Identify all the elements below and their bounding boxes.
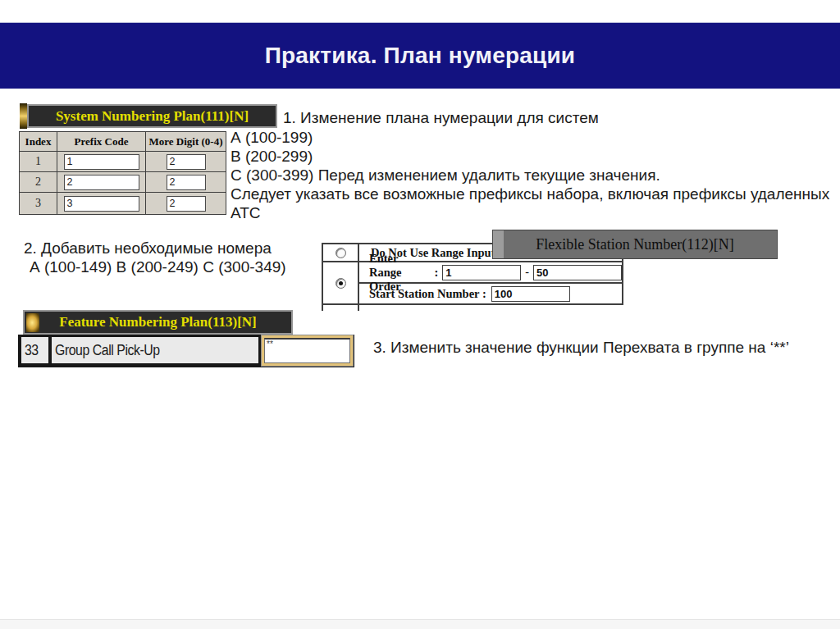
feature-numbering-plan-titlebar: Feature Numbering Plan(113)[N] [23, 310, 293, 335]
form-cutoff-line [358, 305, 359, 311]
table-cell: 1 [57, 152, 146, 172]
feature-numbering-row: 33 Group Call Pick-Up ** [18, 335, 354, 367]
flexible-station-titlebar: Flexible Station Number(112)[N] [492, 230, 778, 259]
column-header-prefix-code: Prefix Code [57, 132, 146, 152]
table-cell: 2 [146, 172, 226, 193]
radio-cell [323, 262, 359, 303]
feature-numbering-plan-title: Feature Numbering Plan(113)[N] [59, 314, 257, 330]
prefix-code-input[interactable]: 1 [64, 154, 139, 170]
enter-range-row: Enter Range Order : - [359, 262, 622, 284]
feature-name-cell: Group Call Pick-Up [52, 337, 258, 363]
system-numbering-plan-title: System Numbering Plan(111)[N] [56, 108, 249, 125]
more-digit-input[interactable]: 2 [167, 196, 206, 212]
gold-glow-accent [26, 313, 39, 332]
feature-value: ** [265, 340, 349, 349]
step2-line1: 2. Добавить необходимые номера [24, 239, 286, 258]
feature-value-inner: ** [264, 338, 350, 363]
radio-cell [323, 244, 359, 261]
slide-header: Практика. План нумерации [0, 22, 840, 89]
step1-detail-text: А (100-199) В (200-299) С (300-399) Пере… [231, 128, 829, 222]
table-cell: 2 [146, 193, 226, 214]
column-header-more-digit: More Digit (0-4) [146, 132, 226, 152]
column-header-index: Index [20, 132, 57, 152]
flexible-station-title: Flexible Station Number(112)[N] [536, 236, 733, 253]
step1-line: Следует указать все возможные префиксы н… [231, 185, 829, 203]
start-station-label: Start Station Number : [369, 287, 486, 301]
range-to-input[interactable] [533, 265, 622, 280]
slide: Практика. План нумерации System Numberin… [0, 0, 840, 629]
step3-text: 3. Изменить значение функции Перехвата в… [373, 338, 789, 357]
start-station-input[interactable] [491, 286, 570, 302]
step1-line: А (100-199) [231, 128, 829, 147]
feature-code: 33 [25, 342, 39, 359]
step1-intro-text: 1. Изменение плана нумерации для систем [283, 108, 599, 127]
page-title: Практика. План нумерации [265, 43, 576, 69]
prefix-code-input[interactable]: 3 [64, 196, 139, 212]
form-cutoff-line [322, 305, 323, 311]
more-digit-input[interactable]: 2 [167, 154, 206, 170]
footer-strip [0, 619, 840, 629]
colon: : [434, 266, 438, 280]
bar-left-accent [493, 230, 504, 258]
step1-line: АТС [231, 203, 829, 222]
feature-value-input[interactable]: ** [261, 335, 354, 367]
range-dash: - [525, 266, 529, 279]
step1-line: С (300-399) Перед изменением удалить тек… [231, 166, 829, 185]
system-numbering-plan-titlebar: System Numbering Plan(111)[N] [27, 104, 277, 128]
table-cell: 2 [146, 152, 226, 172]
range-from-input[interactable] [442, 265, 521, 280]
feature-code-cell: 33 [21, 337, 48, 363]
row-index: 2 [20, 172, 57, 193]
table-cell: 2 [57, 172, 146, 193]
step2-line2: А (100-149) В (200-249) С (300-349) [24, 258, 286, 276]
step1-line: В (200-299) [231, 147, 829, 166]
row-index: 1 [20, 152, 57, 172]
row-index: 3 [20, 193, 57, 214]
feature-name: Group Call Pick-Up [55, 342, 160, 359]
system-numbering-table: Index Prefix Code More Digit (0-4) 1 1 2… [19, 131, 226, 215]
table-cell: 3 [57, 193, 146, 214]
prefix-code-input[interactable]: 2 [64, 175, 139, 190]
gold-accent-stripe [20, 103, 27, 129]
step2-text: 2. Добавить необходимые номера А (100-14… [24, 239, 286, 276]
enter-range-radio[interactable] [336, 278, 346, 289]
start-station-row: Start Station Number : [359, 284, 622, 303]
do-not-use-range-radio[interactable] [336, 248, 346, 258]
more-digit-input[interactable]: 2 [167, 175, 206, 190]
